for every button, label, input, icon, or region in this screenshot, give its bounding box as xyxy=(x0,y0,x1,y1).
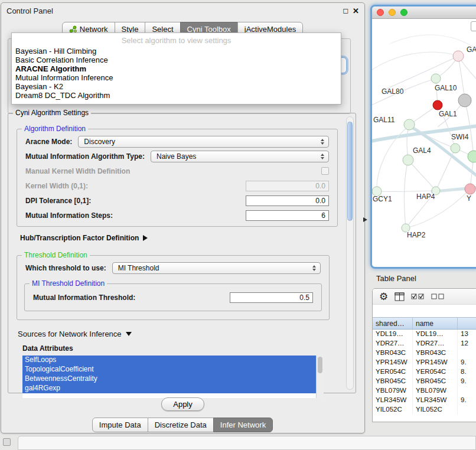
sources-section: Sources for Network Inference Data Attri… xyxy=(18,330,343,398)
unchecked-pair-icon[interactable] xyxy=(431,293,445,300)
aracne-mode-select[interactable]: Discovery xyxy=(78,136,329,148)
table-header-row: shared…name xyxy=(373,317,476,330)
attribute-item-gal4rgexp[interactable]: gal4RGexp xyxy=(22,384,316,393)
bottom-panel xyxy=(18,436,476,450)
table-cell: YDL19… xyxy=(413,330,458,339)
bottom-tab-discretize-data[interactable]: Discretize Data xyxy=(148,418,214,432)
network-edge xyxy=(406,189,470,228)
table-row[interactable]: YER054CYER054C8. xyxy=(373,367,476,377)
bottom-tab-infer-network[interactable]: Infer Network xyxy=(213,418,273,432)
bottom-tab-impute-data[interactable]: Impute Data xyxy=(92,418,148,432)
table-cell: YBR045C xyxy=(373,377,413,386)
table-panel: ⚙ shared…name YDL19…YDL19…13YDR27…YDR27…… xyxy=(372,288,476,422)
algorithm-option-dream8-dc-tdc-algorithm[interactable]: Dream8 DC_TDC Algorithm xyxy=(12,91,341,100)
algorithm-option-basic-correlation-inference[interactable]: Basic Correlation Inference xyxy=(12,56,341,64)
collapse-down-icon[interactable] xyxy=(126,332,132,336)
hidden-panel-icon[interactable] xyxy=(3,438,11,446)
algorithm-option-aracne-algorithm[interactable]: ARACNE Algorithm xyxy=(12,64,341,73)
attributes-scrollbar[interactable] xyxy=(316,356,324,398)
tab-label: Infer Network xyxy=(220,420,266,429)
table-row[interactable]: YBR045CYBR045C9. xyxy=(373,377,476,386)
cyni-algorithm-settings-group: Cyni Algorithm Settings Algorithm Defini… xyxy=(8,113,356,393)
table-row[interactable]: YPR145WYPR145W9. xyxy=(373,358,476,367)
table-cell: YBR043C xyxy=(413,348,458,358)
table-row[interactable]: YBR043CYBR043C xyxy=(373,348,476,358)
checked-pair-icon[interactable] xyxy=(411,293,425,300)
table-cell: YPR145W xyxy=(373,358,413,367)
table-row[interactable]: YIL052CYIL052C xyxy=(373,405,476,415)
tab-label: Impute Data xyxy=(99,420,141,429)
zoom-traffic-light[interactable] xyxy=(400,9,407,16)
column-header-shared[interactable]: shared… xyxy=(373,318,413,329)
network-node[interactable] xyxy=(404,119,415,130)
float-window-icon[interactable]: ◻ xyxy=(343,6,348,15)
mi-algorithm-type-value: Naive Bayes xyxy=(157,152,196,161)
manual-kernel-width-checkbox[interactable] xyxy=(321,167,329,175)
panel-title: Control Panel xyxy=(6,6,53,15)
network-side-button[interactable] xyxy=(471,21,476,31)
scrollbar-thumb[interactable] xyxy=(347,122,353,221)
hub-definition-section[interactable]: Hub/Transcription Factor Definition xyxy=(20,234,343,242)
node-label-gal10: GAL10 xyxy=(435,84,457,92)
table-cell: 12 xyxy=(458,339,476,348)
dpi-tolerance-field[interactable]: 0.0 xyxy=(246,195,329,206)
network-node[interactable] xyxy=(431,74,441,83)
data-attributes-list: SelfLoopsTopologicalCoefficientBetweenne… xyxy=(22,356,324,398)
kernel-width-field[interactable]: 0.0 xyxy=(246,181,329,191)
which-threshold-label: Which threshold to use: xyxy=(25,264,106,272)
mi-threshold-group: MI Threshold Definition Mutual Informati… xyxy=(24,283,322,311)
algorithm-option-bayesian-hill-climbing[interactable]: Bayesian - Hill Climbing xyxy=(12,47,341,56)
which-threshold-select[interactable]: MI Threshold xyxy=(112,262,321,274)
sources-header[interactable]: Sources for Network Inference xyxy=(18,330,343,338)
algorithm-definition-title: Algorithm Definition xyxy=(22,125,88,133)
attribute-item-betweennesscentrality[interactable]: BetweennessCentrality xyxy=(22,374,316,384)
network-canvas[interactable]: GAL7GAL80GAL10GAL11GAL1SWI4GAL4GCY1HAP4Y… xyxy=(372,19,476,267)
column-header-extra[interactable] xyxy=(458,318,476,329)
mi-threshold-field[interactable]: 0.5 xyxy=(230,292,313,303)
table-cell xyxy=(458,405,476,415)
network-edge xyxy=(404,160,408,228)
network-node[interactable] xyxy=(458,94,471,107)
network-node[interactable] xyxy=(403,155,413,165)
close-icon[interactable]: ✕ xyxy=(353,6,359,15)
mi-algorithm-type-select[interactable]: Naive Bayes xyxy=(151,151,329,162)
table-cell: YBL079W xyxy=(373,386,413,396)
manual-kernel-width-label: Manual Kernel Width Definition xyxy=(25,167,130,175)
table-cell xyxy=(458,386,476,396)
sources-label: Sources for Network Inference xyxy=(18,330,122,338)
minimize-traffic-light[interactable] xyxy=(389,9,396,16)
network-node[interactable] xyxy=(465,184,475,194)
algorithm-option-mutual-information-inference[interactable]: Mutual Information Inference xyxy=(12,73,341,82)
table-row[interactable]: YLR345WYLR345W9. xyxy=(373,396,476,405)
data-attributes-label: Data Attributes xyxy=(22,344,343,353)
table-row[interactable]: YDL19…YDL19…13 xyxy=(373,330,476,339)
network-node[interactable] xyxy=(453,51,464,61)
settings-scrollbar[interactable] xyxy=(346,116,354,390)
network-node[interactable] xyxy=(468,151,476,162)
table-row[interactable]: YDR27…YDR27…12 xyxy=(373,339,476,348)
table-cell: YLR345W xyxy=(373,396,413,405)
mi-steps-field[interactable]: 6 xyxy=(246,210,329,221)
column-header-name[interactable]: name xyxy=(413,318,458,329)
mi-threshold-group-title: MI Threshold Definition xyxy=(30,279,107,288)
algorithm-definition-group: Algorithm Definition Aracne Mode: Discov… xyxy=(17,129,338,227)
columns-icon[interactable] xyxy=(395,292,405,301)
attribute-item-topologicalcoefficient[interactable]: TopologicalCoefficient xyxy=(22,365,316,374)
table-cell: YDR27… xyxy=(373,339,413,348)
threshold-definition-title: Threshold Definition xyxy=(22,251,90,259)
table-row[interactable]: YBL079WYBL079W xyxy=(373,386,476,396)
attribute-item-selfloops[interactable]: SelfLoops xyxy=(22,356,316,365)
attributes-scrollbar-thumb[interactable] xyxy=(318,357,322,373)
control-panel-titlebar: Control Panel ◻ ✕ xyxy=(1,3,364,18)
node-label-gcy1: GCY1 xyxy=(373,195,392,203)
gear-icon[interactable]: ⚙ xyxy=(379,292,388,302)
table-cell: YDL19… xyxy=(373,330,413,339)
table-cell: YLR345W xyxy=(413,396,458,405)
split-pane-handle-icon[interactable] xyxy=(363,217,367,222)
apply-button[interactable]: Apply xyxy=(161,397,204,411)
network-node[interactable] xyxy=(451,144,460,153)
algorithm-option-bayesian-k2[interactable]: Bayesian - K2 xyxy=(12,82,341,91)
network-node[interactable] xyxy=(433,100,442,110)
close-traffic-light[interactable] xyxy=(377,9,384,16)
expand-right-icon[interactable] xyxy=(143,235,148,241)
